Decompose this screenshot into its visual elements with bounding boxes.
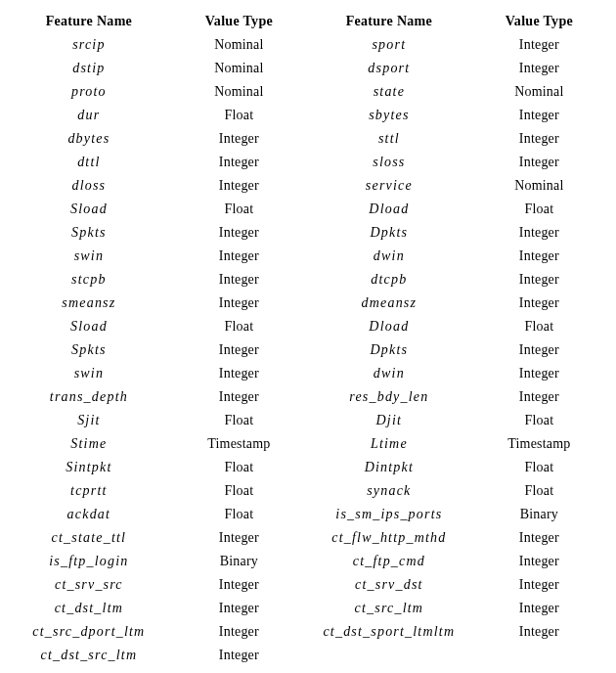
value-type-cell: Integer	[470, 526, 608, 550]
value-type-cell: Float	[470, 456, 608, 479]
value-type-cell: Integer	[470, 104, 608, 127]
feature-name-cell	[308, 644, 470, 667]
feature-name-cell: smeansz	[8, 292, 170, 315]
feature-name-cell: service	[308, 174, 470, 198]
feature-name-cell: res_bdy_len	[308, 385, 470, 409]
feature-name-cell: ct_state_ttl	[8, 526, 170, 550]
value-type-cell: Integer	[470, 338, 608, 362]
table-row: SloadFloatDloadFloat	[8, 198, 608, 221]
col-header: Value Type	[470, 10, 608, 33]
feature-name-cell: dur	[8, 104, 170, 127]
value-type-cell: Float	[170, 315, 308, 338]
feature-name-cell: ct_srv_dst	[308, 573, 470, 597]
feature-name-cell: Sload	[8, 315, 170, 338]
table-row: SloadFloatDloadFloat	[8, 315, 608, 338]
value-type-cell: Integer	[470, 268, 608, 292]
value-type-cell: Timestamp	[170, 432, 308, 456]
value-type-cell: Integer	[470, 362, 608, 385]
feature-name-cell: dstip	[8, 57, 170, 80]
value-type-cell: Timestamp	[470, 432, 608, 456]
value-type-cell: Integer	[170, 127, 308, 151]
feature-name-cell: Spkts	[8, 338, 170, 362]
feature-name-cell: Spkts	[8, 221, 170, 245]
table-row: ct_dst_src_ltmInteger	[8, 644, 608, 667]
feature-name-cell: ct_src_ltm	[308, 597, 470, 620]
value-type-cell: Integer	[170, 620, 308, 644]
feature-name-cell: srcip	[8, 33, 170, 57]
feature-name-cell: synack	[308, 479, 470, 503]
value-type-cell: Integer	[470, 385, 608, 409]
value-type-cell: Integer	[470, 57, 608, 80]
value-type-cell: Nominal	[170, 33, 308, 57]
value-type-cell: Integer	[170, 573, 308, 597]
feature-name-cell: Sload	[8, 198, 170, 221]
table-row: SintpktFloatDintpktFloat	[8, 456, 608, 479]
value-type-cell: Float	[470, 409, 608, 432]
col-header: Value Type	[170, 10, 308, 33]
feature-name-cell: sttl	[308, 127, 470, 151]
value-type-cell: Integer	[170, 338, 308, 362]
value-type-cell: Integer	[170, 221, 308, 245]
table-row: stcpbIntegerdtcpbInteger	[8, 268, 608, 292]
feature-name-cell: Dload	[308, 198, 470, 221]
feature-name-cell: state	[308, 80, 470, 104]
value-type-cell: Integer	[470, 127, 608, 151]
table-row: durFloatsbytesInteger	[8, 104, 608, 127]
value-type-cell: Binary	[470, 503, 608, 526]
table-row: smeanszIntegerdmeanszInteger	[8, 292, 608, 315]
table-row: trans_depthIntegerres_bdy_lenInteger	[8, 385, 608, 409]
feature-name-cell: sloss	[308, 151, 470, 174]
table-row: SpktsIntegerDpktsInteger	[8, 338, 608, 362]
feature-table: Feature Name Value Type Feature Name Val…	[8, 10, 608, 667]
feature-name-cell: ct_dst_ltm	[8, 597, 170, 620]
feature-name-cell: ct_dst_sport_ltmltm	[308, 620, 470, 644]
value-type-cell: Integer	[470, 151, 608, 174]
value-type-cell: Nominal	[470, 80, 608, 104]
value-type-cell: Integer	[170, 268, 308, 292]
value-type-cell: Float	[170, 409, 308, 432]
feature-name-cell: Dload	[308, 315, 470, 338]
feature-name-cell: Sjit	[8, 409, 170, 432]
table-row: dlossIntegerserviceNominal	[8, 174, 608, 198]
value-type-cell: Integer	[470, 620, 608, 644]
value-type-cell: Float	[470, 315, 608, 338]
feature-name-cell: tcprtt	[8, 479, 170, 503]
table-header-row: Feature Name Value Type Feature Name Val…	[8, 10, 608, 33]
feature-name-cell: ct_flw_http_mthd	[308, 526, 470, 550]
feature-name-cell: ct_srv_src	[8, 573, 170, 597]
table-row: protoNominalstateNominal	[8, 80, 608, 104]
table-row: ct_dst_ltmIntegerct_src_ltmInteger	[8, 597, 608, 620]
feature-name-cell: Ltime	[308, 432, 470, 456]
value-type-cell: Integer	[470, 33, 608, 57]
feature-name-cell: Djit	[308, 409, 470, 432]
table-row: ct_srv_srcIntegerct_srv_dstInteger	[8, 573, 608, 597]
value-type-cell: Float	[470, 198, 608, 221]
value-type-cell: Nominal	[170, 57, 308, 80]
value-type-cell: Integer	[170, 174, 308, 198]
value-type-cell: Integer	[170, 597, 308, 620]
table-row: SjitFloatDjitFloat	[8, 409, 608, 432]
table-body: srcipNominalsportIntegerdstipNominaldspo…	[8, 33, 608, 667]
table-row: dbytesIntegersttlInteger	[8, 127, 608, 151]
feature-name-cell: dbytes	[8, 127, 170, 151]
value-type-cell: Integer	[170, 644, 308, 667]
value-type-cell: Float	[170, 479, 308, 503]
feature-name-cell: dloss	[8, 174, 170, 198]
table-row: ct_state_ttlIntegerct_flw_http_mthdInteg…	[8, 526, 608, 550]
value-type-cell: Float	[170, 456, 308, 479]
value-type-cell: Float	[170, 198, 308, 221]
table-row: srcipNominalsportInteger	[8, 33, 608, 57]
value-type-cell: Float	[170, 104, 308, 127]
feature-name-cell: sport	[308, 33, 470, 57]
table-row: swinIntegerdwinInteger	[8, 245, 608, 268]
feature-name-cell: stcpb	[8, 268, 170, 292]
feature-name-cell: Dpkts	[308, 221, 470, 245]
value-type-cell: Binary	[170, 550, 308, 573]
feature-name-cell: Dpkts	[308, 338, 470, 362]
value-type-cell: Integer	[470, 221, 608, 245]
feature-name-cell: ct_src_dport_ltm	[8, 620, 170, 644]
table-row: tcprttFloatsynackFloat	[8, 479, 608, 503]
feature-name-cell: ct_dst_src_ltm	[8, 644, 170, 667]
table-row: swinIntegerdwinInteger	[8, 362, 608, 385]
feature-name-cell: is_sm_ips_ports	[308, 503, 470, 526]
